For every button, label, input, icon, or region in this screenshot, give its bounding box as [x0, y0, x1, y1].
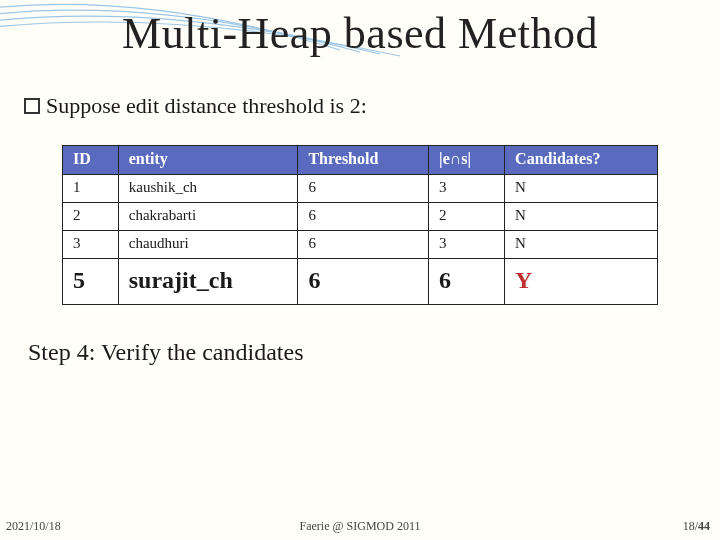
cell-entity: kaushik_ch — [118, 175, 298, 203]
table-row: 3chaudhuri63N — [63, 231, 658, 259]
table-header-row: ID entity Threshold |e∩s| Candidates? — [63, 146, 658, 175]
table-row: 1kaushik_ch63N — [63, 175, 658, 203]
cell-entity: surajit_ch — [118, 259, 298, 305]
page-total: 44 — [698, 519, 710, 533]
bullet-suppose: Suppose edit distance threshold is 2: — [24, 93, 696, 119]
cell-entity: chaudhuri — [118, 231, 298, 259]
col-id: ID — [63, 146, 119, 175]
slide-footer: 2021/10/18 Faerie @ SIGMOD 2011 18/44 — [0, 519, 720, 534]
square-bullet-icon — [24, 98, 40, 114]
cell-es: 2 — [429, 203, 505, 231]
cell-cand: N — [505, 175, 658, 203]
footer-page: 18/44 — [683, 519, 710, 534]
cell-threshold: 6 — [298, 175, 429, 203]
table-row: 5surajit_ch66Y — [63, 259, 658, 305]
cell-cand: Y — [505, 259, 658, 305]
cell-id: 2 — [63, 203, 119, 231]
cell-es: 6 — [429, 259, 505, 305]
cell-id: 1 — [63, 175, 119, 203]
bullet-text: Suppose edit distance threshold is 2: — [46, 93, 367, 119]
col-candidates: Candidates? — [505, 146, 658, 175]
entity-table: ID entity Threshold |e∩s| Candidates? 1k… — [62, 145, 658, 305]
cell-id: 3 — [63, 231, 119, 259]
footer-date: 2021/10/18 — [6, 519, 61, 534]
cell-threshold: 6 — [298, 259, 429, 305]
cell-es: 3 — [429, 231, 505, 259]
col-es: |e∩s| — [429, 146, 505, 175]
col-entity: entity — [118, 146, 298, 175]
cell-es: 3 — [429, 175, 505, 203]
slide-title: Multi-Heap based Method — [0, 0, 720, 65]
page-current: 18/ — [683, 519, 698, 533]
cell-threshold: 6 — [298, 231, 429, 259]
col-threshold: Threshold — [298, 146, 429, 175]
cell-threshold: 6 — [298, 203, 429, 231]
cell-entity: chakrabarti — [118, 203, 298, 231]
table-row: 2chakrabarti62N — [63, 203, 658, 231]
cell-cand: N — [505, 203, 658, 231]
step-text: Step 4: Verify the candidates — [28, 339, 692, 366]
cell-id: 5 — [63, 259, 119, 305]
footer-venue: Faerie @ SIGMOD 2011 — [300, 519, 421, 534]
cell-cand: N — [505, 231, 658, 259]
